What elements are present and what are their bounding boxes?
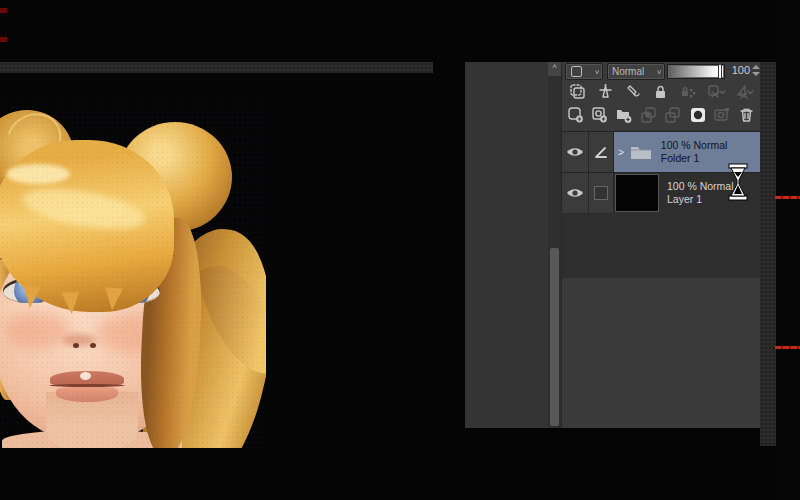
lock-layer-icon[interactable]	[651, 82, 670, 101]
scroll-up-icon[interactable]: ^	[548, 62, 561, 76]
layer-label: 100 % Normal Folder 1	[661, 139, 728, 165]
blend-mode-dropdown[interactable]: Normal ∨	[607, 63, 665, 80]
expand-chevron-icon[interactable]: >	[618, 147, 624, 158]
eye-icon	[566, 146, 584, 158]
layer-type-icon	[571, 66, 582, 77]
layer-list-empty-area[interactable]	[562, 278, 760, 428]
red-guide-line-top	[775, 196, 800, 199]
layer-name: Folder 1	[661, 152, 728, 165]
reference-layer-icon[interactable]	[596, 82, 615, 101]
layer-info: 100 % Normal	[667, 180, 734, 193]
new-vector-layer-icon[interactable]	[590, 106, 609, 125]
opacity-value[interactable]: 100	[726, 64, 750, 76]
edit-state-cell[interactable]	[589, 173, 614, 213]
edit-pen-icon	[593, 145, 609, 159]
draft-layer-icon[interactable]	[624, 82, 643, 101]
layer-label: 100 % Normal Layer 1	[667, 180, 734, 206]
transfer-down-icon[interactable]	[639, 106, 658, 125]
workspace-divider-strip	[0, 62, 433, 73]
palette-scrollbar[interactable]: ^	[548, 62, 562, 428]
opacity-slider[interactable]	[667, 64, 725, 79]
enable-mask-icon[interactable]	[707, 82, 726, 101]
layer-mask-icon[interactable]	[688, 106, 707, 125]
layer-name: Layer 1	[667, 193, 734, 206]
layer-info: 100 % Normal	[661, 139, 728, 152]
eye-icon	[566, 187, 584, 199]
panel-gutter-strip	[760, 62, 776, 446]
opacity-slider-handle[interactable]	[719, 65, 721, 78]
opacity-spinner-icon[interactable]	[752, 65, 760, 76]
clip-at-layer-icon[interactable]	[568, 82, 587, 101]
art-dither-overlay	[0, 100, 266, 448]
layer-thumbnail[interactable]	[615, 174, 659, 212]
busy-cursor-icon	[727, 163, 749, 201]
layer-palette: ^ ∨ Normal ∨ 100	[465, 62, 760, 428]
lock-transparent-icon[interactable]	[679, 82, 698, 101]
scrollbar-thumb[interactable]	[550, 248, 559, 426]
chevron-down-icon: ∨	[592, 68, 602, 75]
edit-state-cell[interactable]	[589, 132, 614, 172]
red-guide-line-bottom	[775, 346, 800, 349]
new-layer-icon[interactable]	[566, 106, 585, 125]
red-edge-mark-1	[0, 8, 7, 13]
merge-down-icon[interactable]	[664, 106, 683, 125]
palette-content: ∨ Normal ∨ 100	[562, 62, 760, 428]
layer-type-dropdown[interactable]: ∨	[565, 63, 603, 80]
draw-target-checkbox[interactable]	[594, 186, 608, 200]
mask-camera-icon[interactable]	[713, 106, 732, 125]
layer-list: > 100 % Normal Folder 1	[562, 131, 760, 279]
new-folder-icon[interactable]	[615, 106, 634, 125]
right-edge-window	[776, 0, 800, 500]
folder-icon	[629, 143, 653, 161]
visibility-cell[interactable]	[562, 173, 589, 213]
delete-layer-icon[interactable]	[737, 106, 756, 125]
visibility-cell[interactable]	[562, 132, 589, 172]
app-window: ^ ∨ Normal ∨ 100	[0, 0, 800, 500]
red-edge-mark-2	[0, 37, 7, 42]
blend-mode-value: Normal	[612, 66, 646, 77]
ruler-icon[interactable]	[735, 82, 754, 101]
chevron-down-icon: ∨	[654, 68, 664, 75]
palette-empty-column	[465, 62, 548, 428]
canvas-artwork[interactable]	[0, 100, 266, 448]
